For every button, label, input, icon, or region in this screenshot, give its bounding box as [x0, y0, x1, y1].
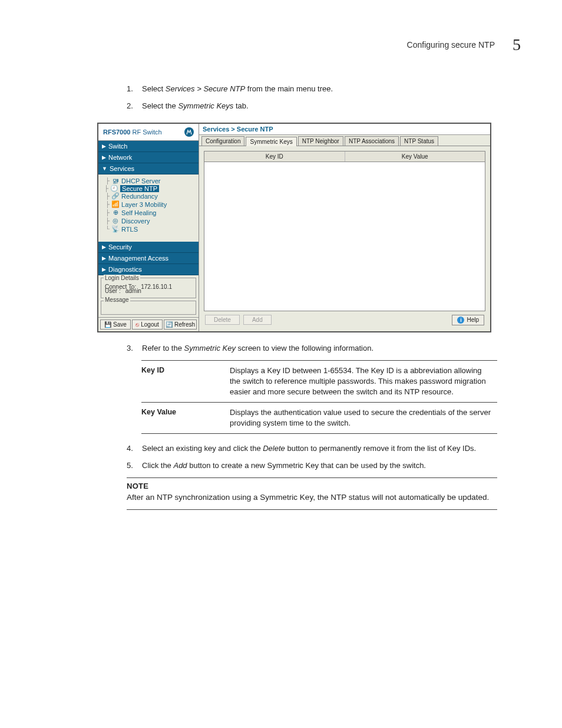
redundancy-icon: 🔗 — [112, 193, 119, 200]
motorola-logo-icon — [184, 127, 194, 137]
nav-network[interactable]: ▶Network — [98, 152, 199, 163]
breadcrumb: Services > Secure NTP — [199, 124, 490, 135]
caret-down-icon: ▼ — [102, 166, 107, 172]
field-desc: Displays the authentication value used t… — [230, 403, 497, 434]
page-section-number: 5 — [513, 35, 521, 54]
refresh-button[interactable]: 🔄Refresh — [164, 319, 197, 330]
table-header: Key ID Key Value — [204, 151, 485, 162]
server-icon: 🖳 — [112, 177, 119, 185]
field-name: Key ID — [141, 360, 230, 403]
nav-services[interactable]: ▼Services — [98, 163, 199, 174]
nav-switch[interactable]: ▶Switch — [98, 141, 199, 152]
step-text: Click the Add button to create a new Sym… — [142, 460, 497, 472]
tree-discovery[interactable]: ├◎Discovery — [104, 217, 197, 225]
step-3: 3. Refer to the Symmetric Key screen to … — [127, 343, 497, 354]
nav-management-access[interactable]: ▶Management Access — [98, 253, 199, 264]
rtls-icon: 📡 — [112, 226, 119, 233]
caret-right-icon: ▶ — [102, 244, 106, 250]
note-title: NOTE — [127, 482, 497, 490]
table-row: Key ID Displays a Key ID between 1-65534… — [141, 360, 497, 403]
page-header-title: Configuring secure NTP — [407, 40, 495, 50]
page-header: Configuring secure NTP 5 — [41, 35, 521, 54]
step-number: 3. — [127, 343, 142, 354]
tab-ntp-neighbor[interactable]: NTP Neighbor — [298, 136, 343, 146]
step-text: Select an existing key and click the Del… — [142, 443, 497, 454]
save-icon: 💾 — [104, 321, 111, 328]
services-tree: ├🖳DHCP Server ├🕘 Secure NTP ├🔗Redundancy… — [98, 174, 199, 242]
col-key-id[interactable]: Key ID — [204, 151, 345, 162]
refresh-icon: 🔄 — [166, 321, 173, 328]
tree-redundancy[interactable]: ├🔗Redundancy — [104, 192, 197, 200]
col-key-value[interactable]: Key Value — [345, 151, 485, 162]
mobility-icon: 📶 — [112, 201, 119, 208]
note-block: NOTE After an NTP synchronization using … — [127, 477, 497, 510]
field-description-table: Key ID Displays a Key ID between 1-65534… — [141, 360, 497, 434]
step-text: Refer to the Symmetric Key screen to vie… — [142, 343, 497, 354]
heal-icon: ⊕ — [112, 209, 119, 216]
tab-ntp-status[interactable]: NTP Status — [400, 136, 438, 146]
help-icon: i — [457, 317, 464, 324]
sidebar-buttons: 💾Save ⎋Logout 🔄Refresh — [98, 317, 199, 331]
nav-diagnostics[interactable]: ▶Diagnostics — [98, 264, 199, 275]
step-number: 2. — [127, 101, 142, 112]
step-number: 1. — [127, 84, 142, 95]
sidebar-title: RFS7000 RF Switch — [98, 124, 199, 141]
logout-button[interactable]: ⎋Logout — [132, 319, 163, 330]
step-number: 5. — [127, 460, 142, 472]
field-name: Key Value — [141, 403, 230, 434]
step-2: 2. Select the Symmetric Keys tab. — [127, 101, 497, 112]
tab-configuration[interactable]: Configuration — [201, 136, 244, 146]
keys-table[interactable]: Key ID Key Value — [204, 151, 485, 311]
app-window: RFS7000 RF Switch ▶Switch ▶Network ▼Serv… — [97, 123, 491, 332]
caret-right-icon: ▶ — [102, 143, 106, 149]
tabs: Configuration Symmetric Keys NTP Neighbo… — [199, 135, 490, 146]
step-text: Select Services > Secure NTP from the ma… — [142, 84, 497, 95]
action-row: Delete Add i Help — [204, 311, 485, 327]
step-1: 1. Select Services > Secure NTP from the… — [127, 84, 497, 95]
help-button[interactable]: i Help — [452, 315, 484, 325]
step-text: Select the Symmetric Keys tab. — [142, 101, 497, 112]
save-button[interactable]: 💾Save — [100, 319, 131, 330]
sidebar: RFS7000 RF Switch ▶Switch ▶Network ▼Serv… — [98, 124, 199, 331]
logout-icon: ⎋ — [135, 321, 139, 328]
tree-secure-ntp[interactable]: ├🕘 Secure NTP — [104, 185, 197, 192]
message-box: Message — [101, 301, 196, 315]
step-5: 5. Click the Add button to create a new … — [127, 460, 497, 472]
table-row: Key Value Displays the authentication va… — [141, 403, 497, 434]
caret-right-icon: ▶ — [102, 154, 106, 160]
field-desc: Displays a Key ID between 1-65534. The K… — [230, 360, 497, 403]
tree-layer3-mobility[interactable]: ├📶Layer 3 Mobility — [104, 200, 197, 209]
caret-right-icon: ▶ — [102, 255, 106, 261]
step-4: 4. Select an existing key and click the … — [127, 443, 497, 454]
step-number: 4. — [127, 443, 142, 454]
login-details: Login Details Connect To:172.16.10.1 Use… — [101, 278, 196, 298]
tab-symmetric-keys[interactable]: Symmetric Keys — [246, 137, 296, 146]
tree-self-healing[interactable]: ├⊕Self Healing — [104, 209, 197, 217]
clock-icon: 🕘 — [111, 185, 118, 192]
delete-button[interactable]: Delete — [205, 315, 240, 325]
tab-content: Key ID Key Value Delete Add i Help — [199, 146, 490, 331]
tree-dhcp-server[interactable]: ├🖳DHCP Server — [104, 177, 197, 185]
tab-ntp-associations[interactable]: NTP Associations — [345, 136, 399, 146]
main-panel: Services > Secure NTP Configuration Symm… — [199, 124, 490, 331]
add-button[interactable]: Add — [243, 315, 272, 325]
note-body: After an NTP synchronization using a Sym… — [127, 492, 497, 503]
caret-right-icon: ▶ — [102, 266, 106, 272]
tree-rtls[interactable]: └📡RTLS — [104, 225, 197, 233]
nav-security[interactable]: ▶Security — [98, 242, 199, 253]
discovery-icon: ◎ — [112, 218, 119, 225]
